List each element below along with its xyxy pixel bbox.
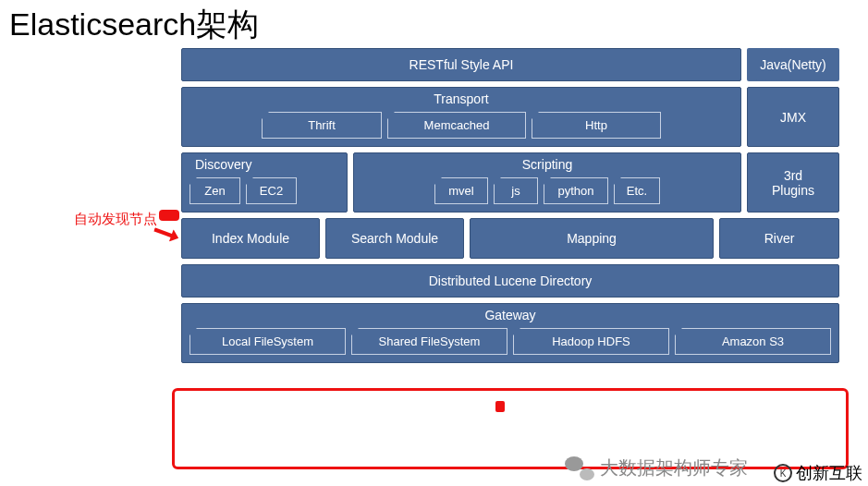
logo-badge-icon: K — [774, 464, 792, 482]
annotation-discovery: 自动发现节点 — [74, 211, 157, 228]
wechat-icon — [565, 456, 594, 480]
box-ec2: EC2 — [246, 177, 297, 204]
logo-text: 创新互联 — [796, 462, 862, 484]
label-top: 3rd — [784, 168, 802, 183]
box-jmx: JMX — [747, 87, 839, 147]
box-river: River — [719, 218, 839, 259]
label: JMX — [780, 110, 806, 125]
box-etc: Etc. — [614, 177, 660, 204]
box-index-module: Index Module — [181, 218, 320, 259]
box-search-module: Search Module — [325, 218, 464, 259]
box-discovery: Discovery Zen EC2 — [181, 152, 348, 213]
box-3rd-plugins: 3rd Plugins — [747, 152, 839, 213]
label: Transport — [434, 88, 488, 106]
box-restful-api: RESTful Style API — [181, 48, 741, 81]
box-scripting: Scripting mvel js python Etc. — [353, 152, 741, 213]
box-memcached: Memcached — [387, 112, 526, 139]
wechat-watermark: 大数据架构师专家 — [565, 456, 748, 480]
box-java-netty: Java(Netty) — [747, 48, 839, 81]
box-js: js — [494, 177, 538, 204]
box-thrift: Thrift — [262, 112, 382, 139]
label: Scripting — [522, 153, 572, 172]
page-title: Elasticsearch架构 — [9, 4, 259, 46]
box-mvel: mvel — [434, 177, 488, 204]
box-hadoop-hdfs: Hadoop HDFS — [513, 328, 669, 355]
box-python: python — [544, 177, 608, 204]
label: Java(Netty) — [760, 57, 826, 72]
box-gateway: Gateway Local FileSystem Shared FileSyst… — [181, 303, 839, 363]
box-local-fs: Local FileSystem — [189, 328, 346, 355]
box-http: Http — [532, 112, 661, 139]
brand-logo: K 创新互联 — [774, 462, 862, 484]
label-bottom: Plugins — [772, 183, 814, 198]
label: RESTful Style API — [410, 57, 514, 72]
box-lucene-directory: Distributed Lucene Directory — [181, 264, 839, 298]
box-zen: Zen — [189, 177, 240, 204]
box-mapping: Mapping — [470, 218, 714, 259]
architecture-diagram: RESTful Style API Java(Netty) Transport … — [181, 48, 839, 363]
box-transport: Transport Thrift Memcached Http — [181, 87, 741, 147]
box-shared-fs: Shared FileSystem — [351, 328, 507, 355]
wechat-text: 大数据架构师专家 — [600, 456, 748, 480]
label: Discovery — [182, 153, 251, 172]
red-mark-icon — [159, 210, 179, 221]
label: Gateway — [484, 304, 535, 322]
box-amazon-s3: Amazon S3 — [675, 328, 831, 355]
